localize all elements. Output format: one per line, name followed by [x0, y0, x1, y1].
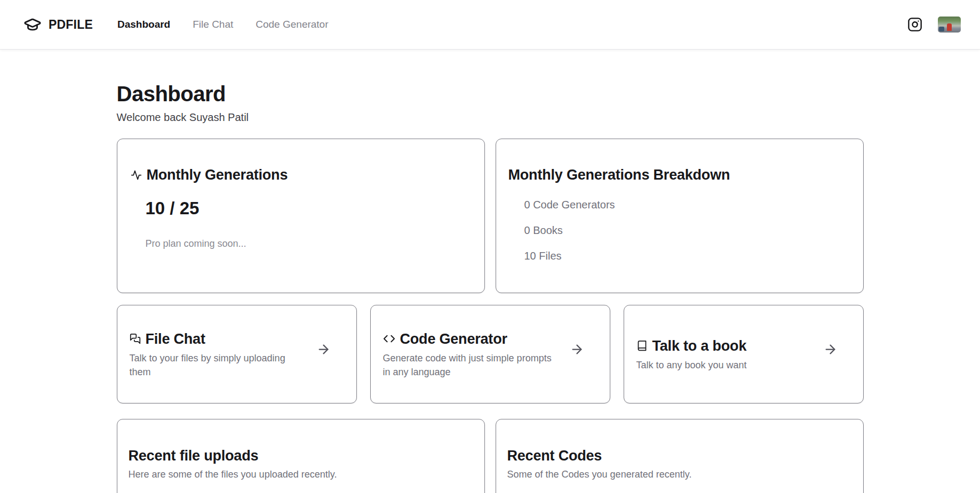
recent-row: Recent file uploads Here are some of the… [117, 419, 864, 493]
file-chat-description: Talk to your files by simply uploading t… [130, 351, 307, 379]
welcome-text: Welcome back Suyash Patil [117, 111, 864, 124]
code-generator-title: Code Generator [400, 330, 507, 348]
instagram-icon[interactable] [907, 17, 922, 32]
top-nav: PDFILE Dashboard File Chat Code Generato… [0, 0, 980, 50]
book-icon [636, 340, 648, 351]
page-title: Dashboard [117, 82, 864, 106]
breakdown-item-code: 0 Code Generators [524, 198, 850, 212]
breakdown-title: Monthly Generations Breakdown [508, 166, 850, 184]
breakdown-list: 0 Code Generators 0 Books 10 Files [524, 198, 850, 263]
file-chat-card[interactable]: File Chat Talk to your files by simply u… [117, 305, 357, 403]
talk-to-book-card[interactable]: Talk to a book Talk to any book you want [624, 305, 864, 403]
monthly-generations-title: Monthly Generations [147, 166, 288, 184]
breakdown-item-files: 10 Files [524, 249, 850, 263]
file-chat-title: File Chat [146, 330, 205, 348]
messages-icon [130, 333, 141, 344]
talk-to-book-title: Talk to a book [652, 337, 747, 355]
recent-uploads-card: Recent file uploads Here are some of the… [117, 419, 485, 493]
code-generator-card[interactable]: Code Generator Generate code with just s… [370, 305, 610, 403]
monthly-generations-card: Monthly Generations 10 / 25 Pro plan com… [117, 139, 485, 293]
recent-codes-card: Recent Codes Some of the Codes you gener… [496, 419, 864, 493]
breakdown-item-books: 0 Books [524, 223, 850, 237]
talk-to-book-description: Talk to any book you want [636, 358, 814, 372]
recent-codes-description: Some of the Codes you generated recently… [507, 468, 850, 481]
generations-breakdown-card: Monthly Generations Breakdown 0 Code Gen… [496, 139, 864, 293]
features-row: File Chat Talk to your files by simply u… [117, 305, 864, 403]
main-content: Dashboard Welcome back Suyash Patil Mont… [117, 50, 864, 493]
activity-icon [131, 169, 142, 181]
code-generator-description: Generate code with just simple prompts i… [383, 351, 560, 379]
graduation-cap-icon [23, 15, 42, 34]
generations-count: 10 / 25 [146, 198, 471, 219]
arrow-right-icon[interactable] [316, 342, 331, 357]
user-avatar[interactable] [938, 17, 961, 33]
recent-uploads-description: Here are some of the files you uploaded … [129, 468, 472, 481]
nav-links: Dashboard File Chat Code Generator [117, 19, 329, 30]
stats-row: Monthly Generations 10 / 25 Pro plan com… [117, 139, 864, 293]
arrow-right-icon[interactable] [570, 342, 584, 357]
nav-link-code-generator[interactable]: Code Generator [256, 19, 328, 30]
brand-logo[interactable]: PDFILE [23, 15, 93, 34]
code-icon [383, 333, 395, 345]
recent-codes-title: Recent Codes [507, 447, 850, 465]
brand-name: PDFILE [49, 18, 93, 32]
recent-uploads-title: Recent file uploads [129, 447, 472, 465]
nav-right [907, 17, 961, 33]
nav-link-dashboard[interactable]: Dashboard [117, 19, 170, 30]
nav-link-file-chat[interactable]: File Chat [193, 19, 233, 30]
arrow-right-icon[interactable] [823, 342, 838, 357]
pro-plan-note: Pro plan coming soon... [146, 238, 471, 249]
